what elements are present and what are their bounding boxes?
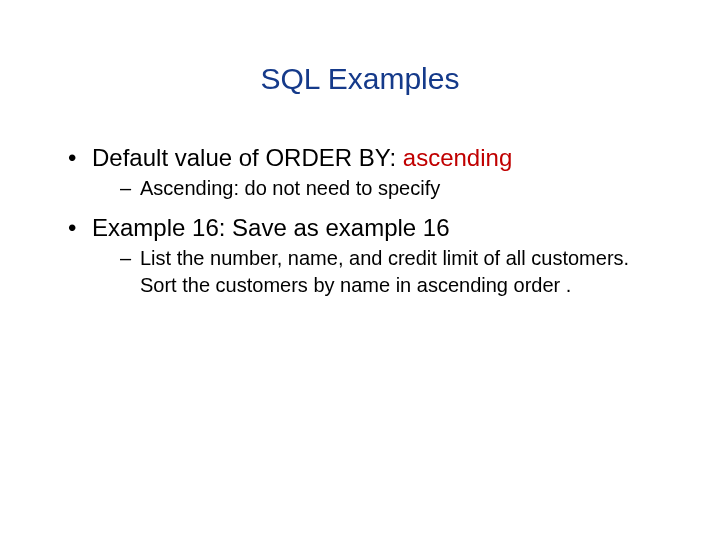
bullet-highlight: ascending [403,144,512,171]
slide-body: Default value of ORDER BY: ascending Asc… [0,142,720,299]
sub-bullet-item: Ascending: do not need to specify [120,175,656,202]
bullet-text: Default value of ORDER BY: [92,144,403,171]
bullet-item: Example 16: Save as example 16 List the … [68,212,656,299]
slide: SQL Examples Default value of ORDER BY: … [0,62,720,540]
sub-bullet-item: List the number, name, and credit limit … [120,245,656,299]
sub-bullet-list: Ascending: do not need to specify [92,175,656,202]
bullet-item: Default value of ORDER BY: ascending Asc… [68,142,656,202]
sub-bullet-list: List the number, name, and credit limit … [92,245,656,299]
bullet-text: Example 16: Save as example 16 [92,214,450,241]
slide-title: SQL Examples [0,62,720,96]
bullet-list: Default value of ORDER BY: ascending Asc… [68,142,656,299]
